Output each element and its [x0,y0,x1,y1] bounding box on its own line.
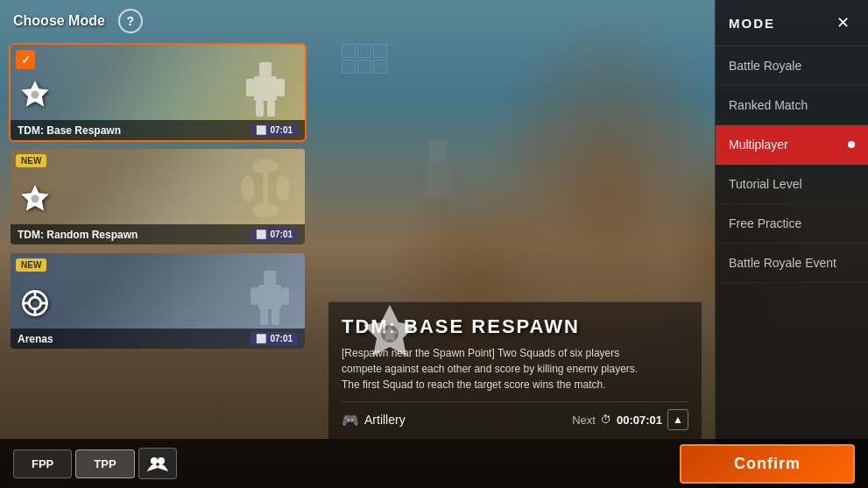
mode-card-name-2: TDM: Random Respawn [18,229,138,241]
right-sidebar: MODE ✕ Battle Royale Ranked Match Multip… [715,0,868,488]
svg-rect-11 [267,101,275,117]
mode-card-tdm-base[interactable]: ✓ TDM: Base Respawn ⬜ 07:01 [9,43,307,142]
svg-point-12 [32,91,39,99]
mode-detail-map-row: 🎮 Artillery Next ⏱ 00:07:01 ▲ [342,401,688,430]
svg-point-15 [252,203,279,217]
svg-point-18 [32,195,39,203]
left-panel: Choose Mode ? ✓ [0,0,315,488]
svg-rect-6 [259,62,272,76]
team-icon-button[interactable] [138,448,177,479]
mode-icon-3 [19,287,51,322]
svg-point-29 [158,457,165,464]
svg-rect-10 [256,101,264,117]
sidebar-item-br-event[interactable]: Battle Royale Event [716,244,868,283]
timer-icon-2: ⬜ [256,230,266,239]
mode-timer-3: ⬜ 07:01 [251,332,298,345]
view-buttons: FPP TPP [0,448,315,479]
timer-icon-3: ⬜ [256,334,266,343]
card2-texture [239,158,292,223]
card3-mech [248,266,292,331]
sidebar-label-tutorial: Tutorial Level [729,177,802,191]
choose-mode-title: Choose Mode [13,13,105,29]
svg-rect-20 [258,285,281,309]
new-badge-2: NEW [16,154,46,167]
svg-rect-9 [277,79,285,96]
next-timer: Next ⏱ 00:07:01 ▲ [572,409,688,430]
sidebar-item-battle-royale[interactable]: Battle Royale [716,46,868,86]
mode-icon-1 [19,79,51,114]
mode-icon-2 [19,183,51,218]
svg-rect-21 [251,287,258,305]
timer-text-2: 07:01 [270,230,293,239]
choose-mode-header: Choose Mode ? [9,9,307,33]
map-info: 🎮 Artillery [342,412,406,428]
mode-timer-1: ⬜ 07:01 [251,124,298,137]
svg-rect-8 [246,79,254,96]
mode-card-arenas[interactable]: NEW Arenas ⬜ 07:01 [9,251,307,350]
fpp-button[interactable]: FPP [13,449,72,478]
confirm-button[interactable]: Confirm [680,444,855,484]
center-area: TDM: BASE RESPAWN [Respawn near the Spaw… [315,0,715,488]
bottom-bar: FPP TPP Confirm [0,439,868,488]
close-button[interactable]: ✕ [830,11,855,35]
svg-point-28 [151,457,158,464]
timer-icon-1: ⬜ [256,125,266,135]
selected-checkmark: ✓ [16,50,35,69]
sidebar-item-tutorial[interactable]: Tutorial Level [716,165,868,204]
sidebar-header: MODE ✕ [716,0,868,46]
sidebar-item-multiplayer[interactable]: Multiplayer [716,125,868,165]
sidebar-label-multiplayer: Multiplayer [729,138,788,152]
next-label: Next [572,414,596,427]
timer-icon: ⏱ [601,414,611,426]
map-icon: 🎮 [342,412,359,428]
svg-rect-24 [272,309,279,325]
svg-rect-19 [264,271,276,285]
help-button[interactable]: ? [118,9,143,33]
mode-card-name-3: Arenas [18,333,53,345]
timer-text-1: 07:01 [270,125,293,135]
main-container: Choose Mode ? ✓ [0,0,868,488]
mode-card-name-1: TDM: Base Respawn [18,124,121,137]
timer-value: 00:07:01 [617,414,662,427]
svg-rect-7 [254,76,277,101]
sidebar-title: MODE [729,16,775,31]
mode-card-tdm-random[interactable]: NEW TDM: Random Respawn ⬜ 07:01 [9,147,307,246]
mode-card-footer-3: Arenas ⬜ 07:01 [11,329,305,349]
map-name: Artillery [364,413,406,427]
svg-rect-22 [281,287,289,305]
new-badge-3: NEW [16,258,46,272]
svg-point-16 [241,175,255,202]
mode-detail-logo [350,301,429,383]
tpp-button[interactable]: TPP [75,449,134,478]
sidebar-item-free-practice[interactable]: Free Practice [716,204,868,244]
mode-card-footer-2: TDM: Random Respawn ⬜ 07:01 [11,224,305,244]
sidebar-label-ranked-match: Ranked Match [729,98,808,112]
sidebar-label-br-event: Battle Royale Event [729,256,836,270]
timer-text-3: 07:01 [270,334,293,343]
svg-rect-14 [263,171,268,206]
svg-point-26 [29,297,41,309]
svg-rect-23 [260,309,268,325]
card1-figure [243,58,287,123]
sidebar-label-battle-royale: Battle Royale [729,59,801,73]
mode-card-footer-1: TDM: Base Respawn ⬜ 07:01 [11,120,305,140]
sidebar-item-ranked-match[interactable]: Ranked Match [716,86,868,125]
expand-button[interactable]: ▲ [667,409,688,430]
mode-timer-2: ⬜ 07:01 [251,228,298,241]
svg-point-17 [276,175,290,202]
active-indicator [848,141,855,148]
sidebar-label-free-practice: Free Practice [729,216,801,230]
